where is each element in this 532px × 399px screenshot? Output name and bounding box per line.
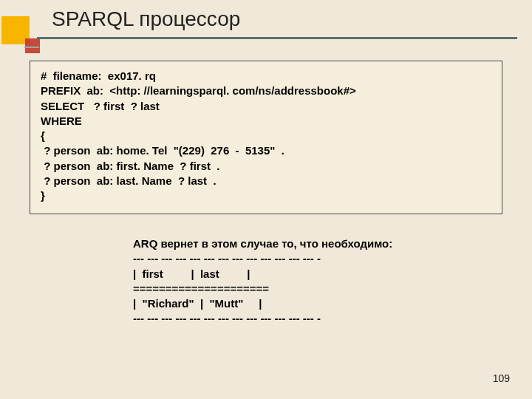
sparql-query-box: # filename: ex017. rq PREFIX ab: <http: …: [30, 61, 502, 214]
code-line: }: [41, 188, 491, 203]
result-line: --- --- --- --- --- --- --- --- --- --- …: [133, 311, 392, 326]
code-line: {: [41, 129, 491, 143]
result-line: | first | last |: [133, 267, 392, 282]
decoration-line-icon: [24, 47, 39, 48]
square-yellow-icon: [1, 16, 30, 44]
square-red-icon: [25, 38, 40, 53]
result-line: | "Richard" | "Mutt" |: [133, 296, 392, 311]
code-line: ? person ab: first. Name ? first .: [41, 159, 491, 174]
title-underline: [37, 37, 517, 39]
code-line: ? person ab: last. Name ? last .: [41, 174, 491, 188]
code-line: WHERE: [41, 114, 491, 129]
result-line: --- --- --- --- --- --- --- --- --- --- …: [133, 251, 392, 266]
result-line: =====================: [133, 282, 392, 296]
code-line: # filename: ex017. rq: [41, 69, 491, 83]
result-line: ARQ вернет в этом случае то, что необход…: [133, 236, 392, 251]
slide-title: SPARQL процессор: [52, 7, 240, 31]
code-line: PREFIX ab: <http: //learningsparql. com/…: [41, 83, 491, 98]
page-number: 109: [493, 372, 510, 384]
code-line: ? person ab: home. Tel "(229) 276 - 5135…: [41, 143, 491, 158]
code-line: SELECT ? first ? last: [41, 99, 491, 114]
arq-result-box: ARQ вернет в этом случае то, что необход…: [133, 236, 392, 327]
